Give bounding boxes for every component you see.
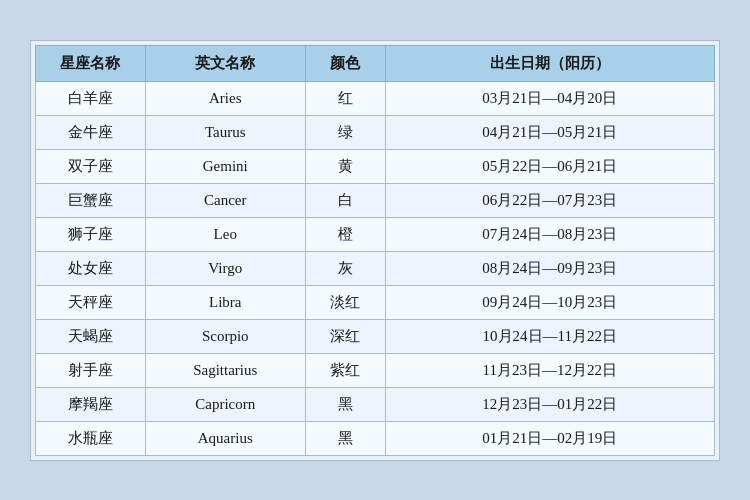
cell-color: 红	[305, 81, 385, 115]
table-row: 摩羯座Capricorn黑12月23日—01月22日	[36, 387, 715, 421]
table-row: 天蝎座Scorpio深红10月24日—11月22日	[36, 319, 715, 353]
cell-date: 08月24日—09月23日	[385, 251, 714, 285]
cell-color: 深红	[305, 319, 385, 353]
table-row: 巨蟹座Cancer白06月22日—07月23日	[36, 183, 715, 217]
header-english: 英文名称	[145, 45, 305, 81]
header-date: 出生日期（阳历）	[385, 45, 714, 81]
cell-date: 10月24日—11月22日	[385, 319, 714, 353]
cell-color: 绿	[305, 115, 385, 149]
cell-color: 紫红	[305, 353, 385, 387]
cell-chinese: 射手座	[36, 353, 146, 387]
cell-color: 黑	[305, 387, 385, 421]
cell-english: Cancer	[145, 183, 305, 217]
cell-date: 12月23日—01月22日	[385, 387, 714, 421]
table-body: 白羊座Aries红03月21日—04月20日金牛座Taurus绿04月21日—0…	[36, 81, 715, 455]
table-row: 天秤座Libra淡红09月24日—10月23日	[36, 285, 715, 319]
table-row: 处女座Virgo灰08月24日—09月23日	[36, 251, 715, 285]
cell-english: Libra	[145, 285, 305, 319]
cell-english: Capricorn	[145, 387, 305, 421]
table-row: 白羊座Aries红03月21日—04月20日	[36, 81, 715, 115]
table-row: 水瓶座Aquarius黑01月21日—02月19日	[36, 421, 715, 455]
table-row: 双子座Gemini黄05月22日—06月21日	[36, 149, 715, 183]
cell-chinese: 水瓶座	[36, 421, 146, 455]
cell-english: Sagittarius	[145, 353, 305, 387]
cell-chinese: 处女座	[36, 251, 146, 285]
cell-chinese: 白羊座	[36, 81, 146, 115]
cell-english: Aquarius	[145, 421, 305, 455]
cell-date: 01月21日—02月19日	[385, 421, 714, 455]
cell-english: Scorpio	[145, 319, 305, 353]
cell-english: Taurus	[145, 115, 305, 149]
cell-chinese: 狮子座	[36, 217, 146, 251]
cell-chinese: 巨蟹座	[36, 183, 146, 217]
cell-chinese: 天蝎座	[36, 319, 146, 353]
cell-date: 05月22日—06月21日	[385, 149, 714, 183]
cell-english: Aries	[145, 81, 305, 115]
cell-chinese: 摩羯座	[36, 387, 146, 421]
cell-date: 06月22日—07月23日	[385, 183, 714, 217]
cell-chinese: 金牛座	[36, 115, 146, 149]
table-row: 狮子座Leo橙07月24日—08月23日	[36, 217, 715, 251]
table-row: 射手座Sagittarius紫红11月23日—12月22日	[36, 353, 715, 387]
cell-color: 黄	[305, 149, 385, 183]
cell-color: 黑	[305, 421, 385, 455]
cell-english: Virgo	[145, 251, 305, 285]
cell-english: Gemini	[145, 149, 305, 183]
table-header-row: 星座名称 英文名称 颜色 出生日期（阳历）	[36, 45, 715, 81]
cell-color: 白	[305, 183, 385, 217]
header-chinese: 星座名称	[36, 45, 146, 81]
cell-date: 09月24日—10月23日	[385, 285, 714, 319]
cell-english: Leo	[145, 217, 305, 251]
cell-date: 11月23日—12月22日	[385, 353, 714, 387]
cell-date: 03月21日—04月20日	[385, 81, 714, 115]
cell-color: 灰	[305, 251, 385, 285]
table-row: 金牛座Taurus绿04月21日—05月21日	[36, 115, 715, 149]
header-color: 颜色	[305, 45, 385, 81]
cell-chinese: 双子座	[36, 149, 146, 183]
cell-date: 04月21日—05月21日	[385, 115, 714, 149]
zodiac-table-container: 星座名称 英文名称 颜色 出生日期（阳历） 白羊座Aries红03月21日—04…	[30, 40, 720, 461]
zodiac-table: 星座名称 英文名称 颜色 出生日期（阳历） 白羊座Aries红03月21日—04…	[35, 45, 715, 456]
cell-color: 淡红	[305, 285, 385, 319]
cell-color: 橙	[305, 217, 385, 251]
cell-date: 07月24日—08月23日	[385, 217, 714, 251]
cell-chinese: 天秤座	[36, 285, 146, 319]
